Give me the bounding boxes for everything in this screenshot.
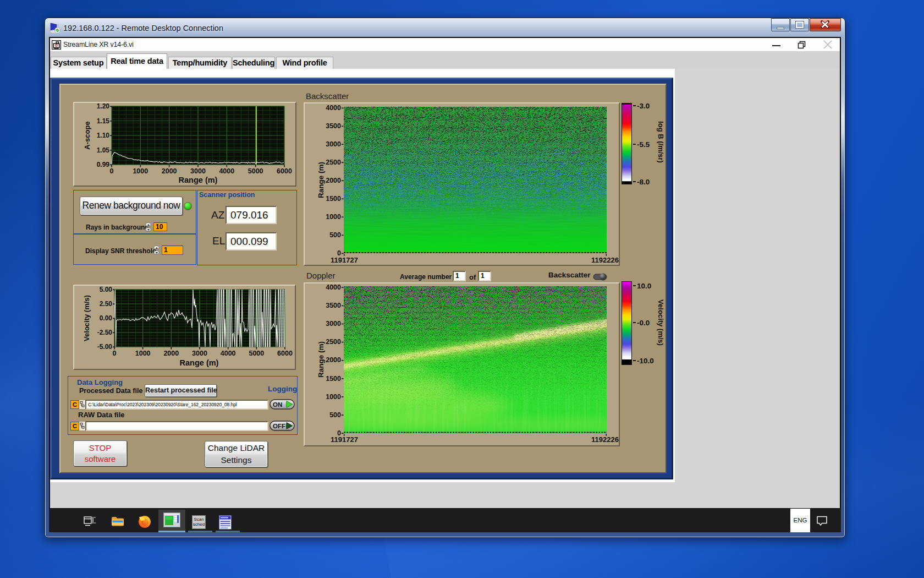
svg-text:log B (/m/sr): log B (/m/sr) bbox=[657, 121, 665, 163]
svg-text:4000: 4000 bbox=[219, 167, 234, 175]
svg-text:1500: 1500 bbox=[326, 375, 341, 383]
svg-text:1192226: 1192226 bbox=[591, 435, 619, 444]
svg-text:1000: 1000 bbox=[326, 213, 341, 221]
svg-text:OFF: OFF bbox=[273, 423, 285, 429]
svg-text:3500: 3500 bbox=[326, 122, 341, 130]
svg-text:-5.00: -5.00 bbox=[97, 343, 113, 351]
svg-text:1000: 1000 bbox=[133, 167, 148, 175]
svg-text:3000: 3000 bbox=[190, 167, 206, 175]
svg-text:5000: 5000 bbox=[248, 167, 263, 175]
svg-text:1191727: 1191727 bbox=[331, 435, 358, 444]
svg-text:0.99: 0.99 bbox=[97, 161, 110, 168]
svg-text:ON: ON bbox=[273, 401, 282, 408]
svg-text:1.20: 1.20 bbox=[97, 102, 110, 110]
svg-text:2000: 2000 bbox=[163, 350, 179, 357]
svg-text:Velocity (m/s): Velocity (m/s) bbox=[82, 295, 91, 341]
svg-text:0: 0 bbox=[113, 350, 117, 357]
svg-text:Range (m): Range (m) bbox=[317, 162, 325, 198]
svg-text:1000: 1000 bbox=[135, 350, 151, 357]
svg-text:2000: 2000 bbox=[162, 167, 177, 175]
svg-text:4000: 4000 bbox=[326, 104, 341, 112]
svg-text:5.00: 5.00 bbox=[100, 286, 113, 293]
svg-text:2000: 2000 bbox=[326, 356, 341, 364]
svg-text:A-scope: A-scope bbox=[83, 121, 91, 149]
svg-text:500: 500 bbox=[329, 411, 341, 419]
svg-text:-10.0: -10.0 bbox=[637, 357, 654, 365]
svg-text:4000: 4000 bbox=[326, 283, 341, 291]
svg-text:1.10: 1.10 bbox=[97, 132, 110, 139]
svg-text:2500: 2500 bbox=[326, 338, 341, 346]
svg-text:3000: 3000 bbox=[326, 140, 341, 148]
svg-text:3000: 3000 bbox=[326, 320, 341, 328]
svg-text:6000: 6000 bbox=[277, 167, 292, 175]
svg-text:Range (m): Range (m) bbox=[179, 176, 218, 184]
svg-text:Range (m): Range (m) bbox=[317, 341, 325, 378]
svg-text:Range (m): Range (m) bbox=[180, 358, 219, 367]
svg-text:1192226: 1192226 bbox=[591, 256, 619, 264]
svg-text:1500: 1500 bbox=[326, 195, 341, 203]
svg-text:-5.5: -5.5 bbox=[637, 140, 650, 149]
svg-text:1.05: 1.05 bbox=[97, 146, 110, 154]
svg-text:-8.0: -8.0 bbox=[637, 178, 650, 186]
svg-text:4000: 4000 bbox=[221, 350, 236, 357]
svg-text:1191727: 1191727 bbox=[331, 256, 358, 264]
svg-text:-3.0: -3.0 bbox=[637, 102, 650, 110]
svg-text:-2.50: -2.50 bbox=[97, 329, 113, 336]
svg-text:-0.0: -0.0 bbox=[637, 319, 650, 327]
svg-text:6000: 6000 bbox=[277, 350, 293, 357]
svg-text:5000: 5000 bbox=[249, 350, 264, 357]
svg-text:3500: 3500 bbox=[326, 302, 341, 309]
svg-text:3000: 3000 bbox=[192, 350, 207, 357]
svg-text:Velocity (m/s): Velocity (m/s) bbox=[657, 299, 665, 346]
svg-text:10.0: 10.0 bbox=[637, 282, 651, 290]
svg-text:500: 500 bbox=[329, 231, 341, 239]
svg-text:0.00: 0.00 bbox=[100, 314, 113, 322]
svg-text:0: 0 bbox=[110, 167, 114, 175]
svg-text:1000: 1000 bbox=[326, 393, 341, 401]
svg-text:2500: 2500 bbox=[326, 159, 341, 166]
svg-text:2000: 2000 bbox=[326, 177, 341, 184]
svg-text:2.50: 2.50 bbox=[100, 300, 113, 308]
svg-text:1.15: 1.15 bbox=[97, 117, 110, 125]
